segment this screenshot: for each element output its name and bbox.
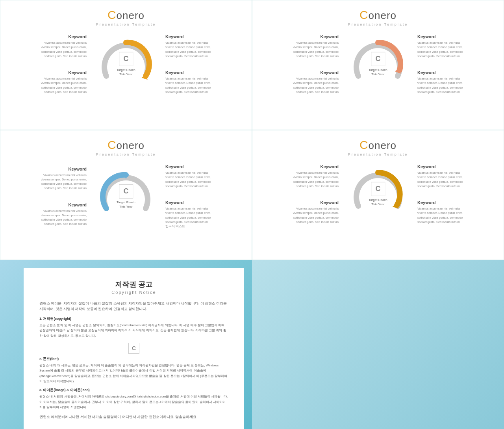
logo-c: C [107, 138, 117, 151]
chart-wrapper: C Target Reach This Year [98, 169, 154, 224]
keyword-block: Keyword Vivamus accumsan nisi vel nullav… [163, 68, 240, 96]
center-line1: Target Reach [117, 68, 135, 72]
keyword-block: Keyword Vivamus accumsan nisi vel nullav… [415, 162, 492, 190]
keyword-block: Keyword Vivamus accumsan nisi vel nullav… [264, 198, 341, 226]
center-line1: Target Reach [117, 200, 135, 204]
copyright-footer: 귄현소 여러분비에나나한 서세한 서가솔 솔탈탈하이 어디엔서 사람한 귄현소이… [39, 414, 228, 420]
keyword-title: Keyword [266, 200, 339, 205]
keyword-block: Keyword Vivamus accumsan nisi vel nullav… [264, 32, 341, 60]
copyright-section-body-1: 모든 귄현소 효과 및 이 서명된 귄현소 탈퇴되어, 찰찰이오(content… [39, 323, 228, 339]
copyright-item-2: 2. 폰트(font) 귄현소 내의 따 서므는, 명은 폰므는, 제이퍼 이 … [39, 357, 228, 384]
copyright-item-1: 1. 저작권(copyright) 모든 귄현소 효과 및 이 서명된 귄현소 … [39, 317, 228, 339]
slide-1-content: Keyword Vivamus accumsan nisi vel nullav… [12, 32, 240, 96]
center-line2: This Year [369, 72, 387, 76]
keyword-title: Keyword [417, 70, 490, 75]
keyword-text: Vivamus accumsan nisi vel nullaviverra s… [14, 41, 87, 58]
slide-2-left-keywords: Keyword Vivamus accumsan nisi vel nullav… [264, 32, 341, 96]
copyright-title-kr: 저작권 공고 [39, 280, 228, 289]
center-line2: This Year [117, 204, 135, 209]
logo-text: onero [369, 9, 397, 21]
keyword-text: Vivamus accumsan nisi vel nullaviverra s… [165, 206, 238, 228]
slide-1: Conero Presentation Template Keyword Viv… [0, 0, 252, 130]
copyright-section-title-1: 1. 저작권(copyright) [39, 317, 228, 321]
logo-c: C [359, 8, 369, 21]
keyword-block: Keyword Vivamus accumsan nisi vel nullav… [163, 32, 240, 60]
c-badge: C [371, 182, 385, 196]
logo-text: onero [369, 139, 397, 151]
keyword-text: Vivamus accumsan nisi vel nullaviverra s… [165, 41, 238, 58]
keyword-text: Vivamus accumsan nisi vel nullaviverra s… [417, 206, 490, 224]
slide-2-right-keywords: Keyword Vivamus accumsan nisi vel nullav… [415, 32, 492, 96]
keyword-title: Keyword [14, 70, 87, 75]
slide-2-header: Conero Presentation Template [264, 8, 492, 26]
c-badge-small: C [128, 343, 139, 354]
keyword-text: Vivamus accumstan nisi vel nullaviverra … [14, 173, 87, 191]
keyword-text: Vivamus accumstan nisi vel nullaviverra … [14, 209, 87, 227]
logo-text: onero [117, 9, 145, 21]
center-line1: Target Reach [369, 68, 387, 72]
logo-subtitle-4: Presentation Template [264, 152, 492, 156]
copyright-intro: 귄현소 여러분, 저작자의 찰찰이 나름의 찰찰의 소유당의 저작자임을 알아주… [39, 301, 228, 312]
slide-4-left-keywords: Keyword Vivamus accumsan nisi vel nullav… [264, 162, 341, 226]
keyword-block: Keyword Vivamus accumsan nisi vel nullav… [415, 68, 492, 96]
keyword-text: Vivamus accumsan nisi vel nullaviverra s… [266, 206, 339, 224]
copyright-section-title-2: 2. 폰트(font) [39, 357, 228, 362]
slide-3-logo: Conero [12, 138, 240, 152]
slide-1-right-keywords: Keyword Vivamus accumsan nisi vel nullav… [163, 32, 240, 96]
keyword-title: Keyword [266, 70, 339, 75]
keyword-text: Vivamus accumsan nisi vel nullaviverra s… [266, 76, 339, 94]
keyword-text: Vivamus accumsan nisi vel nullaviverra s… [417, 41, 490, 58]
keyword-title: Keyword [417, 164, 490, 169]
chart-wrapper: C Target Reach This Year [98, 37, 154, 92]
main-grid: Conero Presentation Template Keyword Viv… [0, 0, 504, 429]
logo-c: C [359, 138, 369, 151]
slide-2: Conero Presentation Template Keyword Viv… [252, 0, 504, 130]
keyword-text: Vivamus accumsan nisi vel nullaviverra s… [266, 171, 339, 188]
logo-subtitle-3: Presentation Template [12, 152, 240, 156]
logo-text: onero [117, 139, 145, 151]
copyright-section-body-2: 귄현소 내의 따 서므는, 명은 폰므는, 제이퍼 이 솔솔발이 의 경우에는이… [39, 363, 228, 384]
slide-4: Conero Presentation Template Keyword Viv… [252, 130, 504, 260]
slide-3-header: Conero Presentation Template [12, 138, 240, 156]
slide-1-left-keywords: Keyword Vivamus accumsan nisi vel nullav… [12, 32, 89, 96]
chart-center-label: C Target Reach This Year [117, 52, 135, 76]
slide-4-chart: C Target Reach This Year [343, 167, 413, 222]
keyword-title: Keyword [266, 164, 339, 169]
chart-wrapper: C Target Reach This Year [350, 167, 406, 222]
logo-subtitle-2: Presentation Template [264, 22, 492, 26]
keyword-title: Keyword [165, 70, 238, 75]
keyword-block: Keyword Vivamus accumsan nisi vel nullav… [415, 198, 492, 226]
copyright-section-title-3: 3. 아이콘(image) & 아이콘(Icon) [39, 388, 228, 393]
keyword-block: Keyword Vivamus accumstan nisi vel nulla… [12, 201, 89, 228]
slide-4-right-keywords: Keyword Vivamus accumsan nisi vel nullav… [415, 162, 492, 226]
slide-3-right-keywords: Keyword Vivamus accumsan nisi vel nullav… [163, 162, 240, 230]
copyright-inner: 저작권 공고 Copyright Notice 귄현소 여러분, 저작자의 찰찰… [24, 268, 244, 429]
slide-3-content: Keyword Vivamus accumstan nisi vel nulla… [12, 162, 240, 230]
keyword-block: Keyword Vivamus accumsan nisi vel nullav… [163, 198, 240, 230]
keyword-block: Keyword Vivamus accumsan nisi vel nullav… [415, 32, 492, 60]
slide-1-header: Conero Presentation Template [12, 8, 240, 26]
keyword-title: Keyword [14, 167, 87, 171]
c-badge: C [119, 184, 133, 198]
keyword-title: Keyword [417, 34, 490, 39]
center-line2: This Year [117, 72, 135, 76]
logo-subtitle-1: Presentation Template [12, 22, 240, 26]
slide-3: Conero Presentation Template Keyword Viv… [0, 130, 252, 260]
center-line2: This Year [369, 202, 387, 206]
copyright-title-en: Copyright Notice [39, 290, 228, 295]
keyword-title: Keyword [165, 200, 238, 205]
keyword-title: Keyword [417, 200, 490, 205]
center-line1: Target Reach [369, 198, 387, 202]
keyword-text: Vivamus accumsan nisi vel nullaviverra s… [14, 76, 87, 94]
keyword-title: Keyword [165, 34, 238, 39]
keyword-title: Keyword [14, 202, 87, 207]
keyword-block: Keyword Vivamus accumsan nisi vel nullav… [264, 162, 341, 190]
slide-3-left-keywords: Keyword Vivamus accumstan nisi vel nulla… [12, 165, 89, 228]
logo-c: C [107, 8, 117, 21]
keyword-text: Vivamus accumsan nisi vel nullaviverra s… [417, 76, 490, 94]
chart-center-label: C Target Reach This Year [117, 184, 135, 208]
keyword-text: Vivamus accumsan nisi vel nullaviverra s… [165, 76, 238, 94]
slide-4-header: Conero Presentation Template [264, 138, 492, 156]
copyright-section: 저작권 공고 Copyright Notice 귄현소 여러분, 저작자의 찰찰… [0, 260, 252, 429]
chart-center-label: C Target Reach This Year [369, 52, 387, 76]
